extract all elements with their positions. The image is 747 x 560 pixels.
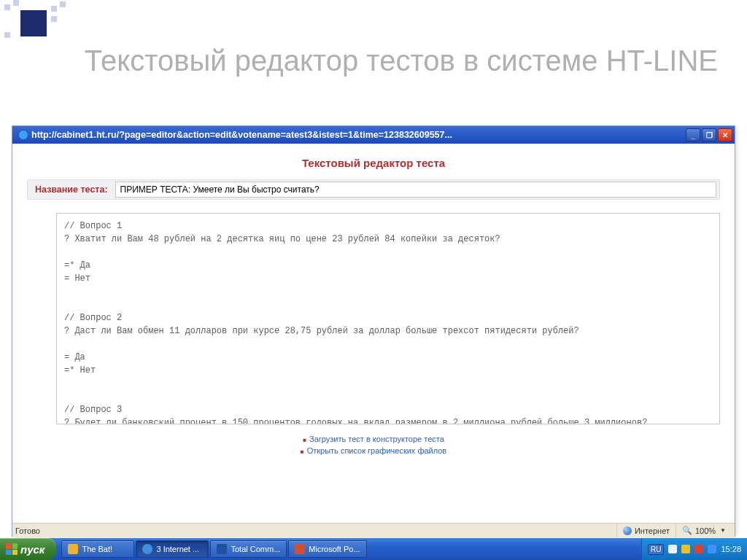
ie-icon xyxy=(18,130,28,140)
windows-taskbar: пуск The Bat! 3 Internet ... Total Comm.… xyxy=(0,538,747,560)
totalcmd-icon xyxy=(217,544,227,554)
ie-taskbar-icon xyxy=(142,544,152,554)
load-in-constructor-link[interactable]: Загрузить тест в конструкторе теста xyxy=(309,435,444,443)
taskbar-item-thebat[interactable]: The Bat! xyxy=(61,540,134,558)
test-name-input[interactable] xyxy=(115,182,716,198)
browser-body: Текстовый редактор теста Название теста:… xyxy=(12,144,735,523)
status-ready-text: Готово xyxy=(15,526,40,535)
start-label: пуск xyxy=(20,543,44,556)
taskbar-item-ie[interactable]: 3 Internet ... xyxy=(136,540,209,558)
tray-clock[interactable]: 15:28 xyxy=(721,545,741,553)
browser-window: http://cabinet1.ht.ru/?page=editor&actio… xyxy=(12,125,735,537)
windows-logo-icon xyxy=(6,543,18,555)
tray-icon-kaspersky[interactable] xyxy=(694,545,703,553)
taskbar-item-totalcmd[interactable]: Total Comm... xyxy=(210,540,287,558)
start-button[interactable]: пуск xyxy=(0,538,56,560)
test-name-row: Название теста: xyxy=(27,179,720,200)
window-maximize-button[interactable]: ❐ xyxy=(702,128,716,141)
editor-links: ■Загрузить тест в конструкторе теста ■От… xyxy=(12,433,735,456)
test-editor-textarea[interactable] xyxy=(56,213,720,424)
page-header: Текстовый редактор теста xyxy=(12,157,735,169)
browser-titlebar[interactable]: http://cabinet1.ht.ru/?page=editor&actio… xyxy=(12,126,735,144)
browser-statusbar: Готово Интернет 🔍100%▼ xyxy=(12,523,735,537)
language-indicator[interactable]: RU xyxy=(648,544,664,555)
window-minimize-button[interactable]: _ xyxy=(686,128,700,141)
status-zoom[interactable]: 🔍100%▼ xyxy=(676,524,732,537)
test-name-label: Название теста: xyxy=(28,184,115,195)
system-tray: RU 15:28 xyxy=(641,538,747,560)
tray-icon-2[interactable] xyxy=(681,545,690,553)
status-zone: Интернет xyxy=(616,524,676,537)
tray-icon-1[interactable] xyxy=(668,545,677,553)
window-close-button[interactable]: ✕ xyxy=(718,128,732,141)
taskbar-item-powerpoint[interactable]: Microsoft Po... xyxy=(288,540,366,558)
slide-decoration xyxy=(0,0,131,44)
open-graphics-list-link[interactable]: Открыть список графических файлов xyxy=(307,446,447,455)
browser-url: http://cabinet1.ht.ru/?page=editor&actio… xyxy=(31,130,452,140)
globe-icon xyxy=(623,526,632,535)
thebat-icon xyxy=(68,544,78,554)
tray-icon-bluetooth[interactable] xyxy=(708,545,716,553)
powerpoint-icon xyxy=(295,544,305,554)
slide-title: Текстовый редактор тестов в системе HT-L… xyxy=(0,44,732,77)
